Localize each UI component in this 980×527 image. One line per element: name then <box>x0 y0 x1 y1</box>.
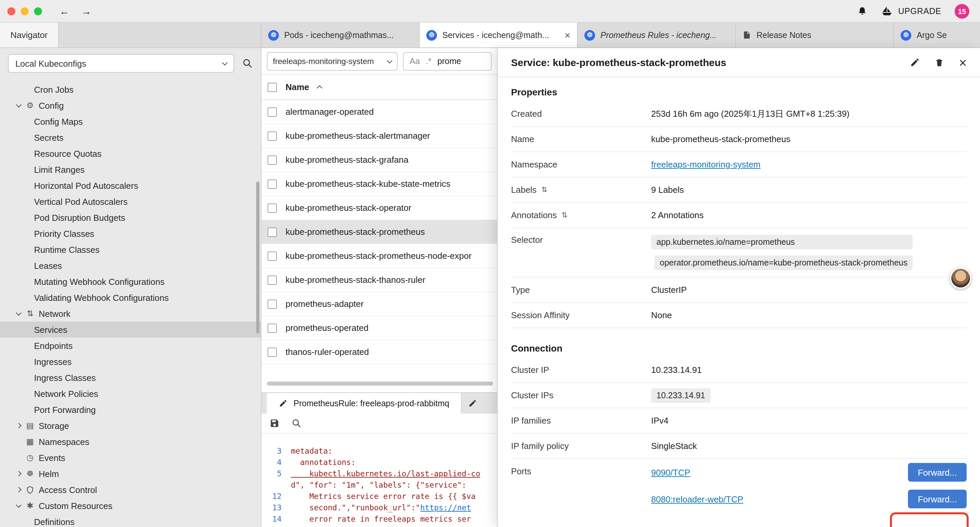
port-link-8080[interactable]: 8080:reloader-web/TCP <box>651 494 743 504</box>
sidebar-item-ingresses[interactable]: Ingresses <box>0 353 261 369</box>
sidebar-item-config[interactable]: ⚙Config <box>0 97 261 113</box>
sidebar-item-leases[interactable]: Leases <box>0 258 261 274</box>
sidebar-item-network-policies[interactable]: Network Policies <box>0 385 261 401</box>
sidebar-item-priority-classes[interactable]: Priority Classes <box>0 226 261 242</box>
sidebar-item-access-control[interactable]: Access Control <box>0 482 261 498</box>
sidebar-item-events[interactable]: ◷Events <box>0 450 261 466</box>
row-checkbox[interactable] <box>267 299 277 309</box>
table-row[interactable]: prometheus-operated <box>261 316 497 340</box>
tab-services[interactable]: ☸ Services - icecheng@math... × <box>420 23 578 47</box>
row-checkbox[interactable] <box>267 107 277 116</box>
tab-release-notes[interactable]: Release Notes <box>736 23 894 47</box>
sidebar-item-secrets[interactable]: Secrets <box>0 129 261 145</box>
sidebar-item-runtime-classes[interactable]: Runtime Classes <box>0 242 261 258</box>
sidebar-item-cron-jobs[interactable]: Cron Jobs <box>0 81 261 97</box>
row-checkbox[interactable] <box>267 203 277 212</box>
namespace-link[interactable]: freeleaps-monitoring-system <box>651 159 760 169</box>
select-all-checkbox[interactable] <box>267 83 277 92</box>
sidebar-item-network[interactable]: ⇅Network <box>0 306 261 322</box>
match-case-toggle[interactable]: Aa <box>410 56 420 66</box>
row-checkbox[interactable] <box>267 323 277 333</box>
table-row[interactable]: kube-prometheus-stack-grafana <box>261 148 497 172</box>
detail-row-cluster-ips: Cluster IPs 10.233.14.91 <box>511 383 967 408</box>
sidebar-item-config-maps[interactable]: Config Maps <box>0 113 261 129</box>
sidebar-item-custom-resources[interactable]: ✱Custom Resources <box>0 498 261 514</box>
sidebar-item-endpoints[interactable]: Endpoints <box>0 338 261 353</box>
table-row[interactable]: kube-prometheus-stack-operator <box>261 196 497 220</box>
close-tab-icon[interactable]: × <box>565 30 570 40</box>
forward-icon[interactable]: → <box>81 5 91 17</box>
dock-tab-prometheusrule[interactable]: PrometheusRule: freeleaps-prod-rabbitmq <box>267 393 462 414</box>
sidebar-item-resource-quotas[interactable]: Resource Quotas <box>0 145 261 161</box>
row-checkbox[interactable] <box>267 347 277 357</box>
horizontal-scrollbar[interactable] <box>267 382 493 385</box>
table-row[interactable]: kube-prometheus-stack-alertmanager <box>261 124 497 148</box>
sidebar-item-storage[interactable]: ▤Storage <box>0 417 261 434</box>
table-row[interactable]: kube-prometheus-stack-thanos-ruler <box>261 268 497 292</box>
close-window-button[interactable] <box>7 7 15 15</box>
sidebar-item-horizontal-pod-autoscalers[interactable]: Horizontal Pod Autoscalers <box>0 177 261 193</box>
user-avatar[interactable] <box>950 267 971 289</box>
upgrade-label: UPGRADE <box>898 6 941 16</box>
port-link-9090[interactable]: 9090/TCP <box>651 467 690 477</box>
row-checkbox[interactable] <box>267 131 277 140</box>
row-checkbox[interactable] <box>267 251 277 261</box>
kubeconfig-dropdown[interactable]: Local Kubeconfigs <box>8 54 234 73</box>
regex-toggle[interactable]: .* <box>426 56 432 66</box>
edit-icon[interactable] <box>910 57 920 67</box>
notification-count-badge[interactable]: 15 <box>955 4 969 18</box>
forward-button[interactable]: Forward... <box>908 463 967 482</box>
editor-search-icon[interactable] <box>291 418 302 428</box>
notifications-bell-icon[interactable] <box>858 5 868 17</box>
sort-asc-icon[interactable] <box>317 85 323 91</box>
row-checkbox[interactable] <box>267 155 277 164</box>
tab-argo[interactable]: ☸ Argo Se <box>894 23 979 47</box>
save-icon[interactable] <box>269 418 280 428</box>
table-row[interactable]: thanos-ruler-operated <box>261 340 497 364</box>
table-row[interactable]: alertmanager-operated <box>261 100 497 124</box>
sidebar-item-vertical-pod-autoscalers[interactable]: Vertical Pod Autoscalers <box>0 193 261 209</box>
code-line: 14 error rate in freeleaps metrics ser <box>261 514 497 525</box>
sidebar-scrollbar[interactable] <box>256 182 259 334</box>
expand-toggle-icon[interactable]: ⇅ <box>562 211 567 220</box>
upgrade-button[interactable]: UPGRADE <box>881 6 941 16</box>
search-input[interactable]: Aa .* prome <box>403 52 492 70</box>
table-row[interactable]: prometheus-adapter <box>261 292 497 316</box>
sidebar-item-mutating-webhook-configurations[interactable]: Mutating Webhook Configurations <box>0 274 261 290</box>
dock-tab-partial[interactable] <box>462 393 484 414</box>
table-row[interactable]: kube-prometheus-stack-kube-state-metrics <box>261 172 497 196</box>
sidebar-item-namespaces[interactable]: ▦Namespaces <box>0 434 261 450</box>
tab-pods[interactable]: ☸ Pods - icecheng@mathmas... <box>261 23 420 47</box>
delete-trash-icon[interactable] <box>935 57 944 68</box>
sidebar-item-port-forwarding[interactable]: Port Forwarding <box>0 401 261 417</box>
sidebar-item-definitions[interactable]: Definitions <box>0 514 261 527</box>
code-line: 12 Metrics service error rate is {{ $va <box>261 491 497 502</box>
yaml-editor[interactable]: 3metadata: 4 annotations: 5 kubectl.kube… <box>261 434 497 527</box>
sidebar-item-ingress-classes[interactable]: Ingress Classes <box>0 369 261 385</box>
sidebar-item-validating-webhook-configurations[interactable]: Validating Webhook Configurations <box>0 290 261 306</box>
namespace-filter-dropdown[interactable]: freeleaps-monitoring-system <box>267 52 398 70</box>
sidebar-item-helm[interactable]: ☸Helm <box>0 466 261 482</box>
chevron-down-icon <box>387 58 393 64</box>
forward-button[interactable]: Forward... <box>908 490 967 508</box>
session-affinity-value: None <box>651 310 672 320</box>
table-row-selected[interactable]: kube-prometheus-stack-prometheus <box>261 220 497 244</box>
tab-prometheus-rules[interactable]: ☸ Prometheus Rules - icecheng... <box>578 23 736 47</box>
edit-pencil-icon <box>469 399 477 408</box>
column-name[interactable]: Name <box>286 82 309 92</box>
search-icon[interactable] <box>242 58 253 69</box>
row-checkbox[interactable] <box>267 275 277 285</box>
minimize-window-button[interactable] <box>21 7 29 15</box>
maximize-window-button[interactable] <box>34 7 42 15</box>
back-icon[interactable]: ← <box>59 5 69 17</box>
close-icon[interactable]: × <box>959 56 967 69</box>
sidebar-item-pod-disruption-budgets[interactable]: Pod Disruption Budgets <box>0 209 261 226</box>
sidebar-item-services[interactable]: Services <box>0 322 261 338</box>
sidebar-item-limit-ranges[interactable]: Limit Ranges <box>0 161 261 177</box>
table-row[interactable]: kube-prometheus-stack-prometheus-node-ex… <box>261 244 497 268</box>
expand-toggle-icon[interactable]: ⇅ <box>541 185 547 194</box>
detail-row-ip-families: IP families IPv4 <box>511 408 967 434</box>
row-checkbox[interactable] <box>267 179 277 188</box>
row-checkbox[interactable] <box>267 227 277 236</box>
app-window: ← → UPGRADE 15 Navigator ☸ Pods - iceche… <box>0 0 980 527</box>
